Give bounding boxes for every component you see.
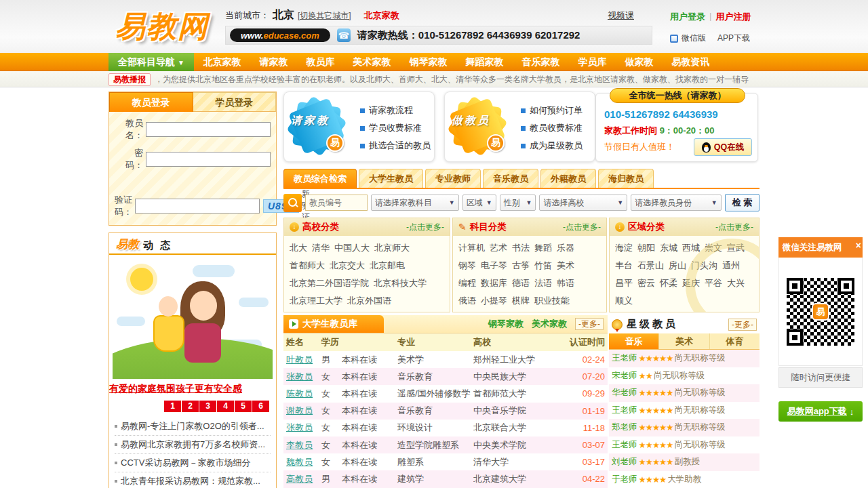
tab-college-tutors[interactable]: 大学生教员 — [359, 169, 423, 188]
category-link[interactable]: 东城 — [660, 239, 677, 257]
promo-link[interactable]: 请家教流程 — [360, 102, 431, 119]
piano-tutor-link[interactable]: 钢琴家教 — [488, 318, 524, 330]
category-link[interactable]: 编程 — [458, 274, 476, 292]
teacher-name-link[interactable]: 宋老师 — [612, 370, 637, 382]
category-link[interactable]: 美术 — [557, 257, 574, 274]
category-link[interactable]: 运动 — [543, 310, 561, 312]
tab-music[interactable]: 音乐 — [609, 333, 658, 349]
news-item[interactable]: 北京青年报采访易教网：规范家教... — [115, 472, 271, 488]
teacher-name-link[interactable]: 华老师 — [612, 387, 637, 399]
promo-link[interactable]: 挑选合适的教员 — [360, 137, 431, 155]
category-link[interactable]: 职业技能 — [534, 292, 570, 310]
qq-online-button[interactable]: QQ在线 — [694, 138, 752, 156]
category-link[interactable]: 中央音乐学院 — [290, 310, 342, 312]
tab-art[interactable]: 美术 — [658, 333, 709, 349]
category-link[interactable]: 小提琴 — [481, 292, 507, 310]
category-link[interactable]: 海淀 — [615, 239, 633, 257]
category-link[interactable]: 北航 — [405, 310, 422, 312]
teacher-name-link[interactable]: 王老师 — [612, 439, 637, 451]
close-icon[interactable]: × — [856, 240, 861, 251]
app-download-link[interactable]: APP下载 — [717, 33, 750, 44]
category-link[interactable]: 中国人大 — [334, 239, 370, 257]
category-link[interactable]: 崇文 — [705, 239, 722, 257]
tutor-name-link[interactable]: 谢教员 — [283, 405, 321, 417]
tab-combined-search[interactable]: 教员综合检索 — [283, 169, 357, 188]
category-link[interactable]: 丰台 — [615, 257, 633, 274]
wechat-version-link[interactable]: 微信版 — [682, 33, 706, 44]
category-link[interactable]: 资格考试 — [458, 310, 494, 312]
teacher-name-link[interactable]: 刘老师 — [612, 456, 637, 468]
category-link[interactable]: 体育 — [521, 310, 538, 312]
tutor-name-link[interactable]: 李教员 — [283, 439, 321, 451]
tab-music-tutors[interactable]: 音乐教员 — [483, 169, 538, 188]
category-link[interactable]: 武术 — [498, 310, 516, 312]
tutor-id-input[interactable] — [305, 195, 368, 211]
category-link[interactable]: 朝阳 — [637, 239, 655, 257]
category-link[interactable]: 古筝 — [512, 257, 530, 274]
password-field[interactable] — [146, 152, 271, 167]
category-link[interactable]: 幼儿 — [566, 310, 583, 312]
category-link[interactable]: 昌平 — [615, 274, 633, 292]
category-link[interactable]: 延庆 — [682, 274, 700, 292]
category-link[interactable]: 北京第二外国语学院 — [290, 274, 369, 292]
category-link[interactable]: 北京师大 — [374, 239, 410, 257]
category-link[interactable]: 门头沟 — [691, 257, 717, 274]
category-link[interactable]: 北京交大 — [330, 257, 365, 274]
category-link[interactable]: 计算机 — [458, 239, 485, 257]
category-link[interactable]: 房山 — [669, 257, 686, 274]
tab-teacher-login[interactable]: 教员登录 — [109, 92, 193, 112]
category-link[interactable]: 清华 — [312, 239, 330, 257]
gender-select[interactable]: 性别▼ — [500, 195, 536, 211]
tab-student-login[interactable]: 学员登录 — [193, 92, 277, 112]
tutor-name-link[interactable]: 魏教员 — [283, 456, 321, 468]
category-link[interactable]: 书法 — [512, 239, 530, 257]
pager-number[interactable]: 4 — [217, 401, 234, 412]
news-item[interactable]: CCTV采访易教网－家教市场细分 — [115, 454, 271, 472]
nav-item[interactable]: 北京家教 — [194, 53, 250, 71]
category-link[interactable]: 乐器 — [557, 239, 574, 257]
category-link[interactable]: 宣武 — [727, 239, 745, 257]
art-tutor-link[interactable]: 美术家教 — [532, 318, 567, 330]
video-course-link[interactable]: 视频课 — [608, 9, 634, 22]
nav-item[interactable]: 学员库 — [569, 53, 616, 71]
promo-link[interactable]: 学员收费标准 — [360, 119, 431, 137]
school-select[interactable]: 请选择高校▼ — [539, 195, 627, 211]
search-button[interactable]: 检 索 — [725, 194, 760, 211]
category-link[interactable]: 竹笛 — [534, 257, 552, 274]
category-link[interactable]: 石景山 — [637, 257, 664, 274]
teacher-name-link[interactable]: 于老师 — [612, 474, 637, 485]
nav-item[interactable]: 做家教 — [616, 53, 663, 71]
all-subjects-menu[interactable]: 全部科目导航▼ — [108, 53, 194, 71]
user-login-link[interactable]: 用户登录 — [670, 11, 705, 23]
category-link[interactable]: 德语 — [512, 274, 530, 292]
teacher-name-link[interactable]: 郑老师 — [612, 422, 637, 433]
teacher-name-link[interactable]: 王老师 — [612, 352, 637, 364]
pager-number[interactable]: 1 — [164, 401, 181, 412]
pager-number[interactable]: 6 — [252, 401, 269, 412]
user-register-link[interactable]: 用户注册 — [715, 11, 751, 23]
pager-number[interactable]: 3 — [199, 401, 216, 412]
category-link[interactable]: 法语 — [534, 274, 552, 292]
category-link[interactable]: 舞蹈 — [534, 239, 552, 257]
area-select[interactable]: 区域▼ — [462, 195, 496, 211]
tutor-name-link[interactable]: 陈教员 — [283, 388, 321, 400]
captcha-field[interactable] — [135, 199, 260, 214]
be-tutor-badge[interactable]: 做教员 — [452, 114, 526, 128]
category-link[interactable]: 数据库 — [481, 274, 507, 292]
switch-city-link[interactable]: [切换其它城市] — [298, 10, 351, 22]
more-link[interactable]: -点击更多- — [406, 222, 444, 233]
category-link[interactable]: 棋牌 — [512, 292, 530, 310]
nav-item[interactable]: 美术家教 — [344, 53, 400, 71]
tab-pro-teachers[interactable]: 专业教师 — [425, 169, 481, 188]
nav-item[interactable]: 钢琴家教 — [400, 53, 456, 71]
site-logo[interactable]: 易教网 — [115, 7, 209, 47]
category-link[interactable]: 西城 — [682, 239, 700, 257]
tab-sports[interactable]: 体育 — [709, 333, 760, 349]
app-download-button[interactable]: 易教网app下载↓ — [778, 401, 863, 422]
slide-caption-link[interactable]: 有爱的家庭氛围孩子更有安全感 — [109, 383, 242, 394]
ask-tutor-badge[interactable]: 请家教 — [291, 114, 366, 128]
teacher-name-link[interactable]: 王老师 — [612, 405, 637, 416]
promo-link[interactable]: 教员收费标准 — [521, 119, 583, 137]
tutor-name-link[interactable]: 张教员 — [283, 422, 321, 434]
nav-item[interactable]: 教员库 — [297, 53, 344, 71]
